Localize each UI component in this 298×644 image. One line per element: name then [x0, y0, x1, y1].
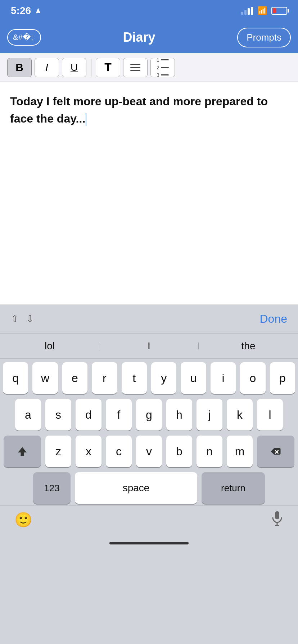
- svg-rect-2: [275, 511, 279, 520]
- chevron-left-icon: &#�;: [13, 33, 33, 42]
- list-button[interactable]: [123, 58, 148, 77]
- key-b[interactable]: b: [166, 436, 192, 467]
- key-f[interactable]: f: [106, 399, 132, 431]
- arrow-up-button[interactable]: ⇧: [11, 313, 19, 325]
- key-c[interactable]: c: [106, 436, 132, 467]
- underline-button[interactable]: U: [62, 58, 86, 77]
- back-button[interactable]: &#�;: [7, 29, 41, 46]
- emoji-button[interactable]: 🙂: [14, 511, 32, 528]
- keyboard-bottom-bar: 🙂: [0, 505, 298, 534]
- home-bar: [109, 542, 189, 544]
- bold-button[interactable]: B: [7, 58, 32, 77]
- input-nav-bar: ⇧ ⇩ Done: [0, 305, 298, 334]
- key-h[interactable]: h: [166, 399, 192, 431]
- delete-button[interactable]: [257, 436, 294, 467]
- key-o[interactable]: o: [240, 362, 265, 394]
- delete-icon: [269, 446, 282, 456]
- key-a[interactable]: a: [15, 399, 41, 431]
- numbered-list-icon: 1 2 3: [157, 57, 169, 78]
- italic-button[interactable]: I: [35, 58, 59, 77]
- key-v[interactable]: v: [136, 436, 162, 467]
- list-icon: [130, 64, 140, 71]
- predict-item-3[interactable]: the: [199, 340, 298, 352]
- text-cursor: [86, 113, 86, 126]
- keyboard-area: ⇧ ⇩ Done lol I the q w e r t y u i o p a…: [0, 305, 298, 552]
- return-button[interactable]: return: [202, 472, 265, 504]
- status-icons: 📶: [241, 6, 287, 15]
- key-j[interactable]: j: [197, 399, 222, 431]
- key-row-3: z x c v b n m: [3, 436, 295, 467]
- predict-item-2[interactable]: I: [99, 340, 199, 352]
- key-m[interactable]: m: [227, 436, 253, 467]
- font-button[interactable]: T: [96, 58, 120, 77]
- key-s[interactable]: s: [45, 399, 71, 431]
- signal-icon: [241, 7, 253, 15]
- toolbar-divider: [91, 59, 91, 77]
- done-button[interactable]: Done: [260, 312, 288, 326]
- key-row-1: q w e r t y u i o p: [3, 362, 295, 394]
- numbers-button[interactable]: 123: [33, 472, 71, 504]
- key-k[interactable]: k: [227, 399, 253, 431]
- prompts-button[interactable]: Prompts: [237, 28, 291, 47]
- status-bar: 5:26 📶: [0, 0, 298, 22]
- shift-button[interactable]: [4, 436, 41, 467]
- key-i[interactable]: i: [211, 362, 236, 394]
- location-icon: [35, 7, 42, 14]
- key-n[interactable]: n: [197, 436, 222, 467]
- nav-arrows: ⇧ ⇩: [11, 313, 34, 325]
- formatting-toolbar: B I U T 1 2 3: [0, 53, 298, 82]
- key-g[interactable]: g: [136, 399, 162, 431]
- key-q[interactable]: q: [3, 362, 28, 394]
- key-t[interactable]: t: [122, 362, 147, 394]
- key-z[interactable]: z: [45, 436, 71, 467]
- home-indicator: [0, 534, 298, 552]
- nav-bar: &#�; Diary Prompts: [0, 22, 298, 53]
- predict-item-1[interactable]: lol: [0, 340, 99, 352]
- editor-area[interactable]: Today I felt more up-beat and more prepa…: [0, 82, 298, 305]
- key-row-4: 123 space return: [3, 472, 295, 504]
- key-x[interactable]: x: [76, 436, 101, 467]
- key-w[interactable]: w: [32, 362, 58, 394]
- arrow-down-button[interactable]: ⇩: [26, 313, 34, 325]
- predictive-bar: lol I the: [0, 334, 298, 359]
- editor-content[interactable]: Today I felt more up-beat and more prepa…: [10, 93, 288, 127]
- battery-icon: [271, 7, 287, 15]
- microphone-button[interactable]: [271, 511, 284, 529]
- shift-icon: [16, 445, 29, 458]
- space-button[interactable]: space: [75, 472, 197, 504]
- key-y[interactable]: y: [151, 362, 176, 394]
- microphone-icon: [271, 511, 284, 526]
- key-u[interactable]: u: [181, 362, 206, 394]
- wifi-icon: 📶: [257, 6, 267, 15]
- key-l[interactable]: l: [257, 399, 283, 431]
- status-time: 5:26: [11, 5, 42, 17]
- key-d[interactable]: d: [76, 399, 101, 431]
- keyboard: q w e r t y u i o p a s d f g h j k l: [0, 359, 298, 505]
- numbered-list-button[interactable]: 1 2 3: [150, 58, 175, 77]
- editor-text-content: Today I felt more up-beat and more prepa…: [10, 95, 268, 125]
- nav-title: Diary: [123, 30, 155, 45]
- key-p[interactable]: p: [270, 362, 295, 394]
- key-row-2: a s d f g h j k l: [3, 399, 295, 431]
- time-label: 5:26: [11, 5, 31, 17]
- key-e[interactable]: e: [62, 362, 87, 394]
- key-r[interactable]: r: [92, 362, 117, 394]
